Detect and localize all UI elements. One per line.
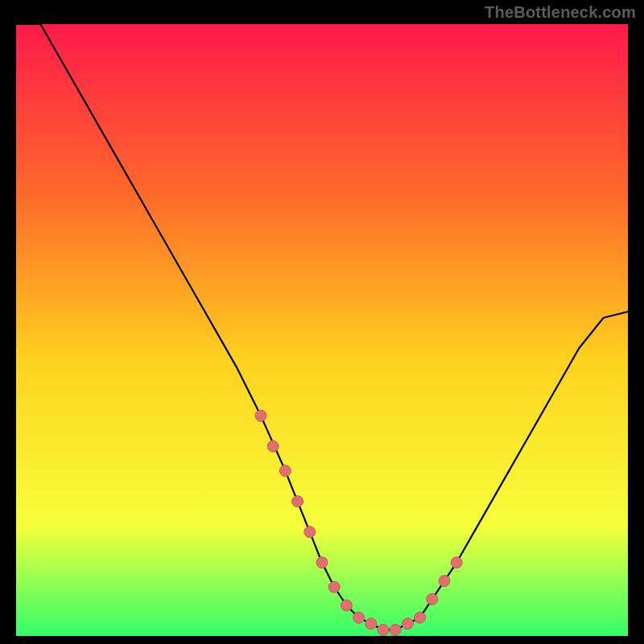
data-marker <box>402 618 413 630</box>
data-marker <box>427 593 438 605</box>
chart-container: TheBottleneck.com <box>0 0 644 644</box>
watermark-text: TheBottleneck.com <box>485 3 636 22</box>
data-marker <box>365 618 377 630</box>
data-marker <box>439 576 450 587</box>
data-marker <box>292 496 303 507</box>
data-marker <box>390 624 401 635</box>
data-marker <box>415 612 426 623</box>
data-marker <box>328 581 340 592</box>
data-marker <box>353 612 365 623</box>
data-marker <box>341 600 352 611</box>
data-marker <box>279 465 291 477</box>
data-marker <box>451 557 462 568</box>
data-marker <box>304 526 316 538</box>
data-marker <box>255 410 266 421</box>
chart-svg <box>16 24 628 636</box>
data-marker <box>316 557 328 568</box>
data-marker <box>378 624 389 635</box>
plot-area <box>16 24 628 636</box>
data-marker <box>267 440 279 452</box>
gradient-background <box>16 24 628 636</box>
